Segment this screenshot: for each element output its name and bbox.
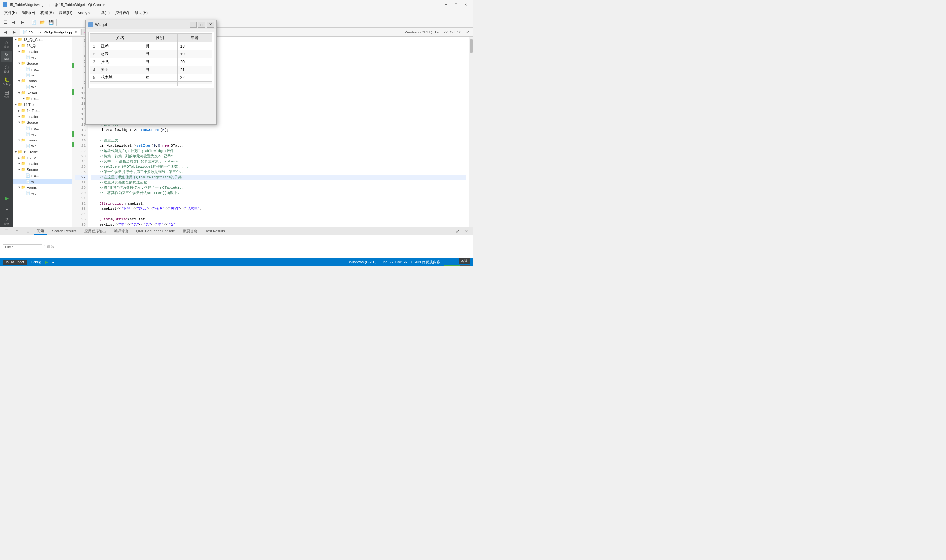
output-tab-qml[interactable]: QML Debugger Console (134, 228, 178, 234)
build-progress-bar (444, 265, 470, 266)
menu-debug[interactable]: 调试(D) (56, 9, 75, 16)
save-button[interactable]: 💾 (47, 18, 55, 26)
scroll-thumb[interactable] (470, 39, 473, 52)
sidebar-edit[interactable]: ✎ 编辑 (1, 51, 12, 62)
dialog-close-btn[interactable]: ✕ (206, 22, 214, 28)
output-tab-compile[interactable]: 编译输出 (111, 228, 131, 234)
sidebar-welcome[interactable]: ⌂ 欢迎 (1, 38, 12, 50)
status-bar: 15_Ta...idget Debug ▶ ⬥ Windows (CRLF) L… (0, 258, 473, 266)
menu-help[interactable]: 帮助(H) (132, 9, 151, 16)
output-expand-btn[interactable]: ⤢ (453, 227, 461, 235)
menu-analyze[interactable]: Analyze (75, 10, 94, 16)
tree-item[interactable]: 📄 wid... (13, 131, 72, 137)
tree-item[interactable]: 📄 wid... (13, 84, 72, 90)
tree-item[interactable]: ▼ 📁 Source (13, 60, 72, 66)
cell-name: 亚琴 (98, 42, 143, 50)
new-file-button[interactable]: 📄 (30, 18, 38, 26)
tree-item[interactable]: ▶ 📁 15_Ta... (13, 155, 72, 161)
file-tab-close[interactable]: ✕ (75, 30, 77, 34)
tree-item[interactable]: ▼ 📁 14 Tree... (13, 102, 72, 108)
tree-item[interactable]: ▶ 📁 14 Tre... (13, 108, 72, 114)
cell-empty (177, 84, 212, 86)
tree-item[interactable]: 📄 wid... (13, 54, 72, 60)
back-button[interactable]: ◀ (10, 18, 18, 26)
tree-item[interactable]: 📄 wid... (13, 191, 72, 196)
tree-item[interactable]: 📄 ma... (13, 66, 72, 72)
tree-item[interactable]: ▼ 📁 Resou... (13, 90, 72, 96)
folder-icon: 📁 (21, 138, 26, 143)
expand-button[interactable]: ⤢ (464, 28, 472, 36)
output-filter-btn[interactable]: ☰ (3, 227, 11, 235)
code-line: //在这里，我们使用了QTableWidgetItem的子类... (91, 175, 467, 180)
tree-label: Source (26, 168, 38, 172)
folder-icon: 📁 (21, 91, 26, 95)
tree-item[interactable]: 📄 ma... (13, 173, 72, 178)
status-left: 15_Ta...idget Debug ▶ ⬥ (3, 260, 54, 265)
tree-item[interactable]: ▼ 📁 13_Qt_Co... (13, 37, 72, 43)
debug-run-button[interactable]: ⬥ (2, 204, 11, 214)
tree-item[interactable]: ▼ 📁 Forms (13, 137, 72, 143)
tree-item[interactable]: ▼ 📁 Header (13, 114, 72, 120)
minimize-button[interactable]: − (441, 1, 451, 8)
output-filter-toggle[interactable]: ⊞ (24, 227, 32, 235)
tree-item[interactable]: 📄 wid... (13, 72, 72, 78)
sidebar-help[interactable]: ? 帮助 (1, 215, 12, 227)
folder-icon: 📁 (21, 155, 26, 160)
cell-name: 赵云 (98, 50, 143, 58)
forward-button[interactable]: ▶ (18, 18, 26, 26)
folder-icon: 📁 (21, 114, 26, 119)
tree-item[interactable]: ▼ 📁 Forms (13, 185, 72, 191)
maximize-button[interactable]: □ (451, 1, 461, 8)
tree-item[interactable]: ▶ 📁 13_Qt... (13, 43, 72, 49)
tree-item[interactable]: ▼ 📁 Source (13, 120, 72, 125)
tree-item[interactable]: ▼ 📁 Source (13, 167, 72, 173)
table-row: 5 花木兰 女 22 (90, 74, 212, 82)
debug-run-status: ⬥ (52, 260, 54, 264)
tree-label: wid... (31, 144, 40, 148)
menu-file[interactable]: 文件(F) (1, 9, 19, 16)
tree-item-selected[interactable]: 📄 wid... (13, 178, 72, 185)
tree-item[interactable]: 📄 ma... (13, 125, 72, 131)
menu-build[interactable]: 构建(B) (38, 9, 56, 16)
tree-item[interactable]: ▼ 📁 Forms (13, 78, 72, 84)
project-tree[interactable]: ▼ 📁 13_Qt_Co... ▶ 📁 13_Qt... ▼ 📁 Header … (13, 37, 72, 227)
sidebar-project[interactable]: ▤ 项目 (1, 88, 12, 100)
output-tab-app[interactable]: 应用程序输出 (82, 228, 109, 234)
file-tab-icon: 📄 (23, 30, 28, 34)
output-tab-summary[interactable]: 概要信息 (180, 228, 200, 234)
sidebar-design[interactable]: ⬡ 设计 (1, 63, 12, 75)
dialog-minimize-btn[interactable]: − (190, 22, 197, 28)
menu-edit[interactable]: 编辑(E) (19, 9, 38, 16)
tree-item[interactable]: ▼ 📁 Header (13, 49, 72, 54)
dialog-controls[interactable]: − □ ✕ (190, 22, 214, 28)
output-tab-test[interactable]: Test Results (203, 228, 228, 234)
sidebar-debug[interactable]: 🐛 Debug (1, 75, 12, 87)
table-row: 4 关羽 男 21 (90, 66, 212, 74)
filter-input[interactable] (3, 244, 42, 249)
open-button[interactable]: 📂 (39, 18, 46, 26)
file-breadcrumb[interactable]: 📄 15_TableWidget/widget.cpp ✕ (20, 29, 80, 35)
window-controls[interactable]: − □ × (441, 1, 470, 8)
output-tab-issues[interactable]: 问题 (34, 228, 47, 235)
output-warning-btn[interactable]: ⚠ (13, 227, 21, 235)
line-number: 25 (75, 164, 88, 169)
run-button[interactable]: ▶ (2, 193, 11, 203)
nav-back-button[interactable]: ◀ (1, 28, 9, 36)
menu-tools[interactable]: 工具(T) (94, 9, 112, 16)
editor-scrollbar[interactable] (469, 37, 473, 227)
output-tab-search[interactable]: Search Results (49, 228, 79, 234)
line-number: 29 (75, 185, 88, 191)
output-close-btn[interactable]: ✕ (462, 227, 470, 235)
close-button[interactable]: × (461, 1, 470, 8)
tree-item[interactable]: ▼ 📁 Header (13, 161, 72, 167)
cell-empty (143, 82, 177, 84)
menu-controls[interactable]: 控件(W) (112, 9, 132, 16)
tree-item[interactable]: ▼ 📁 res... (13, 96, 72, 102)
tree-item[interactable]: 📄 wid... (13, 143, 72, 149)
code-line: //并将其作为第三个参数传入setItem()函数中. (91, 191, 467, 195)
filter-button[interactable]: ☰ (1, 18, 9, 26)
nav-forward-button[interactable]: ▶ (11, 28, 18, 36)
tree-item[interactable]: ▼ 📁 15_Table... (13, 149, 72, 155)
dialog-maximize-btn[interactable]: □ (198, 22, 205, 28)
tree-arrow: ▼ (18, 91, 21, 95)
